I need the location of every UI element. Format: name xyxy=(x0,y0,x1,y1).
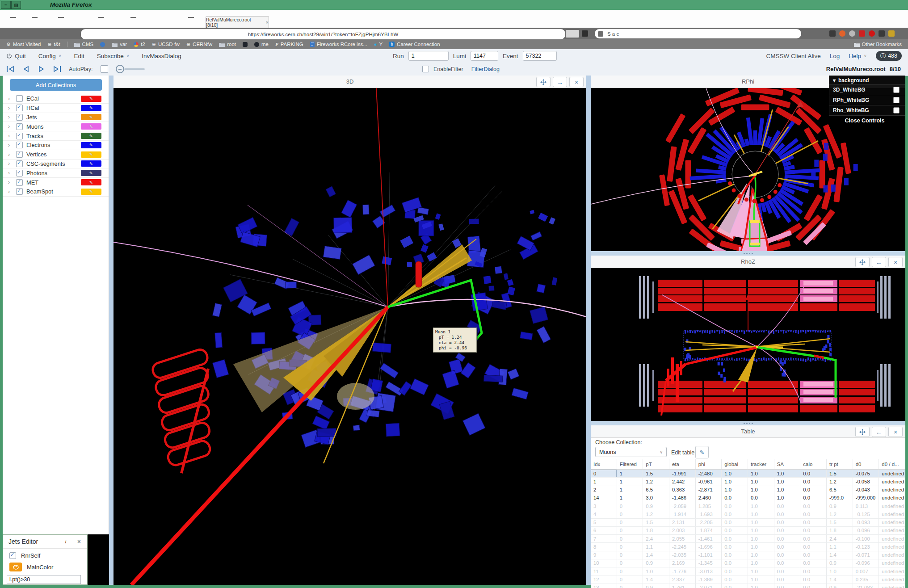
bookmark-item[interactable]: ⊕CERNfw xyxy=(186,42,212,47)
collection-visibility-checkbox[interactable] xyxy=(16,95,23,102)
rhoz-table-splitter[interactable] xyxy=(591,421,905,425)
other-bookmarks-button[interactable]: Other Bookmarks xyxy=(854,39,902,49)
collection-row[interactable]: ›Electrons✎ xyxy=(3,141,109,150)
subscribe-menu[interactable]: Subscribe∨ xyxy=(97,53,130,59)
previous-event-button[interactable] xyxy=(22,66,30,72)
rhoz-event-canvas[interactable] xyxy=(591,268,905,421)
menu-item-collapsed[interactable] xyxy=(32,17,38,18)
rphi-rhoz-splitter[interactable] xyxy=(591,251,905,256)
edit-table-button[interactable]: ✎ xyxy=(695,446,709,458)
collection-color-swatch[interactable]: ✎ xyxy=(81,133,101,139)
collection-visibility-checkbox[interactable] xyxy=(16,188,23,195)
menu-item-collapsed[interactable] xyxy=(130,17,136,18)
close-view-button[interactable]: × xyxy=(569,77,584,87)
table-row[interactable]: 216.50.363-2.8711.01.01.00.06.5-0.043und… xyxy=(591,486,905,494)
collection-visibility-checkbox[interactable] xyxy=(16,133,23,139)
move-view-button[interactable] xyxy=(855,257,870,267)
table-column-header[interactable]: eta xyxy=(669,459,696,469)
bookmark-item[interactable]: PPARKING xyxy=(275,42,303,47)
collection-color-swatch[interactable]: ✎ xyxy=(81,105,101,111)
notification-icon[interactable] xyxy=(888,30,895,37)
info-badge[interactable]: ⓘ488 xyxy=(876,51,902,61)
collection-color-swatch[interactable]: ✎ xyxy=(81,142,101,148)
table-row[interactable]: 300.9-2.0591.2850.01.00.00.00.90.113unde… xyxy=(591,502,905,510)
table-column-header[interactable]: d0 / d... xyxy=(879,459,905,469)
bookmark-item[interactable]: ⊕t&t xyxy=(47,42,60,47)
table-row[interactable]: 1413.0-1.4862.4600.00.01.00.0-999.0-999.… xyxy=(591,494,905,502)
table-column-header[interactable]: Idx xyxy=(591,459,617,469)
table-row[interactable]: 702.42.055-1.4610.01.00.00.02.4-0.100und… xyxy=(591,535,905,543)
collection-color-swatch[interactable]: ✎ xyxy=(81,189,101,195)
last-event-button[interactable] xyxy=(53,66,61,72)
menu-item-collapsed[interactable] xyxy=(58,17,64,18)
bookmark-item[interactable]: Fireworks RCore iss... xyxy=(310,42,367,47)
tab-close-icon[interactable]: × xyxy=(266,20,269,25)
page-action-button[interactable] xyxy=(566,30,579,38)
3d-event-canvas[interactable] xyxy=(114,88,586,585)
collection-visibility-checkbox[interactable] xyxy=(16,151,23,158)
bookmark-item[interactable]: ⚙Most Visited xyxy=(6,42,41,47)
views-splitter[interactable] xyxy=(586,76,591,585)
window-menu-button[interactable]: ≡ xyxy=(1,1,11,9)
window-titlebar[interactable]: ≡ ▨ Mozilla Firefox xyxy=(0,0,908,10)
table-column-header[interactable]: SA xyxy=(774,459,801,469)
expand-chevron-icon[interactable]: › xyxy=(8,123,13,130)
url-input[interactable] xyxy=(81,29,565,39)
bookmark-item[interactable]: ●Y xyxy=(374,42,383,47)
table-view-header[interactable]: Table ← × xyxy=(591,425,905,438)
table-row[interactable]: 011.5-1.991-2.4801.01.01.00.01.5-0.075un… xyxy=(591,470,905,478)
close-icon[interactable]: × xyxy=(77,538,81,545)
table-row[interactable]: 801.1-2.245-1.6960.01.00.00.01.1-0.123un… xyxy=(591,543,905,551)
white-bg-checkbox[interactable] xyxy=(893,107,900,113)
menu-item-collapsed[interactable] xyxy=(188,17,194,18)
collection-visibility-checkbox[interactable] xyxy=(16,114,23,121)
autoplay-checkbox[interactable] xyxy=(101,65,108,73)
table-column-header[interactable]: d0 xyxy=(853,459,879,469)
bookmark-item[interactable]: ⊕UCSD-fw xyxy=(152,42,180,47)
bookmark-item[interactable]: CMS xyxy=(74,42,94,47)
table-row[interactable]: 1201.42.337-1.3890.01.00.00.01.40.235und… xyxy=(591,575,905,584)
bookmark-item[interactable]: t2 xyxy=(134,42,145,47)
white-bg-checkbox[interactable] xyxy=(893,87,900,93)
window-shade-button[interactable]: ▨ xyxy=(11,1,21,9)
swap-view-button[interactable]: → xyxy=(553,77,567,87)
collection-visibility-checkbox[interactable] xyxy=(16,179,23,186)
expand-chevron-icon[interactable]: › xyxy=(8,105,13,111)
table-row[interactable]: 401.2-1.914-1.6930.01.00.00.01.2-0.125un… xyxy=(591,510,905,518)
collection-color-swatch[interactable]: ✎ xyxy=(81,114,101,120)
collection-color-swatch[interactable]: ✎ xyxy=(81,96,101,102)
collection-color-swatch[interactable]: ✎ xyxy=(81,170,101,176)
run-input[interactable] xyxy=(408,51,449,61)
collection-visibility-checkbox[interactable] xyxy=(16,142,23,148)
help-menu[interactable]: Help∨ xyxy=(849,53,866,59)
collection-row[interactable]: ›ECal✎ xyxy=(3,94,109,104)
3d-view-header[interactable]: 3D → × xyxy=(114,76,586,88)
controls-header[interactable]: ▾background xyxy=(829,76,905,85)
search-input[interactable] xyxy=(606,31,778,37)
menu-item-collapsed[interactable] xyxy=(10,17,16,18)
collection-row[interactable]: ›Muons✎ xyxy=(3,122,109,131)
table-column-header[interactable]: pT xyxy=(643,459,669,469)
filter-dialog-link[interactable]: FilterDialog xyxy=(471,66,500,72)
close-view-button[interactable]: × xyxy=(888,427,903,437)
expand-chevron-icon[interactable]: › xyxy=(8,189,13,195)
recording-icon[interactable] xyxy=(869,30,875,37)
quit-button[interactable]: Quit xyxy=(6,53,26,59)
swap-view-button[interactable]: ← xyxy=(872,257,886,267)
table-row[interactable]: 1101.0-1.776-3.0130.01.00.00.01.00.007un… xyxy=(591,567,905,575)
tracking-shield-icon[interactable] xyxy=(859,30,865,37)
table-row[interactable]: 501.52.131-2.2050.01.00.00.01.5-0.093und… xyxy=(591,519,905,527)
white-bg-checkbox[interactable] xyxy=(893,97,900,103)
table-column-header[interactable]: tr pt xyxy=(827,459,853,469)
info-button[interactable]: i xyxy=(65,538,67,545)
collection-visibility-checkbox[interactable] xyxy=(16,105,23,111)
collection-visibility-checkbox[interactable] xyxy=(16,123,23,130)
collection-row[interactable]: ›BeamSpot✎ xyxy=(3,187,109,197)
event-input[interactable] xyxy=(523,51,557,61)
expand-chevron-icon[interactable]: › xyxy=(8,151,13,158)
account-icon[interactable] xyxy=(839,30,845,37)
collection-select[interactable]: Muons∨ xyxy=(595,447,667,457)
table-row[interactable]: 1300.91.761-2.0710.01.00.00.00.9-21.083u… xyxy=(591,584,905,588)
collection-color-swatch[interactable]: ✎ xyxy=(81,160,101,167)
expand-chevron-icon[interactable]: › xyxy=(8,142,13,148)
